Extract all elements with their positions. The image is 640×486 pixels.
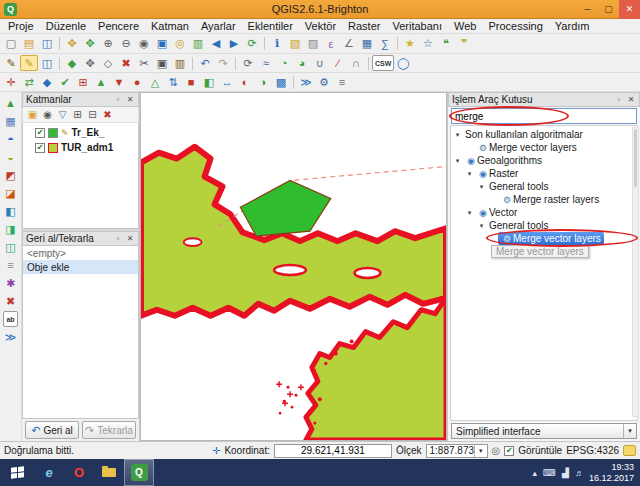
menu-yardm[interactable]: Yardım bbox=[549, 20, 596, 32]
geometry-checker-icon[interactable]: ✔ bbox=[56, 74, 74, 90]
topology-checker-icon[interactable]: ◑ bbox=[254, 74, 272, 90]
add-raster-layer-icon[interactable]: ▦ bbox=[2, 113, 20, 129]
pan-map-icon[interactable]: ✥ bbox=[63, 36, 81, 52]
remove-layer-icon[interactable]: ✖ bbox=[2, 293, 20, 309]
zoom-last-icon[interactable]: ◀ bbox=[207, 36, 225, 52]
collapse-all-icon[interactable]: ⊟ bbox=[85, 108, 100, 122]
add-vector-layer-icon[interactable]: ▲ bbox=[2, 95, 20, 111]
tray-expand-icon[interactable]: ▴ bbox=[533, 468, 538, 478]
opera-icon[interactable]: O bbox=[64, 459, 94, 486]
internet-explorer-icon[interactable]: e bbox=[34, 459, 64, 486]
close-panel-icon[interactable]: ✕ bbox=[125, 95, 135, 104]
undock-panel-icon[interactable]: ▫ bbox=[113, 95, 123, 104]
add-feature-icon[interactable]: ◆ bbox=[63, 55, 81, 71]
new-project-icon[interactable]: ▢ bbox=[2, 36, 20, 52]
interpolation-icon[interactable]: △ bbox=[146, 74, 164, 90]
close-panel-icon[interactable]: ✕ bbox=[125, 234, 135, 243]
zoom-full-icon[interactable]: ▣ bbox=[153, 36, 171, 52]
coordinate-capture-icon[interactable]: ✛ bbox=[2, 74, 20, 90]
delete-selected-icon[interactable]: ✖ bbox=[117, 55, 135, 71]
render-checkbox[interactable]: ✔ bbox=[504, 446, 514, 456]
taskbar-clock[interactable]: 19:33 16.12.2017 bbox=[584, 462, 640, 484]
georeferencer-icon[interactable]: ⊞ bbox=[74, 74, 92, 90]
new-bookmark-icon[interactable]: ★ bbox=[401, 36, 419, 52]
undo-button[interactable]: ↶Geri al bbox=[25, 421, 79, 439]
layer-item[interactable]: ✔✎Tr_Ek_ bbox=[23, 125, 138, 140]
zoom-out-icon[interactable]: ⊖ bbox=[117, 36, 135, 52]
menu-eklentiler[interactable]: Eklentiler bbox=[242, 20, 299, 32]
add-oracle-layer-icon[interactable]: ◪ bbox=[2, 185, 20, 201]
file-explorer-icon[interactable] bbox=[94, 459, 124, 486]
move-feature-icon[interactable]: ✥ bbox=[81, 55, 99, 71]
processing-history-icon[interactable]: ≡ bbox=[333, 74, 351, 90]
menu-veritaban[interactable]: Veritabanı bbox=[386, 20, 448, 32]
menu-katman[interactable]: Katman bbox=[145, 20, 195, 32]
crs-status-button[interactable]: EPSG:4326 bbox=[566, 445, 619, 456]
add-spatialite-layer-icon[interactable]: ◒ bbox=[2, 149, 20, 165]
python-console-icon[interactable]: ≫ bbox=[297, 74, 315, 90]
zoom-next-icon[interactable]: ▶ bbox=[225, 36, 243, 52]
expand-arrow-icon[interactable]: ▾ bbox=[465, 209, 474, 217]
add-group-icon[interactable]: ▣ bbox=[25, 108, 40, 122]
add-wfs-layer-icon[interactable]: ◫ bbox=[2, 239, 20, 255]
map-tips-icon[interactable]: ❝ bbox=[437, 36, 455, 52]
raster-terrain-analysis-icon[interactable]: ◧ bbox=[200, 74, 218, 90]
qgis-taskbar-icon[interactable]: Q bbox=[124, 459, 154, 486]
undo-history-item[interactable]: Obje ekle bbox=[23, 260, 138, 274]
undo-icon[interactable]: ↶ bbox=[196, 55, 214, 71]
toggle-editing-icon[interactable]: ✎ bbox=[20, 55, 38, 71]
refresh-map-icon[interactable]: ⟳ bbox=[243, 36, 261, 52]
metasearch-icon[interactable]: ◯ bbox=[394, 55, 412, 71]
dxf2shp-converter-icon[interactable]: ⇄ bbox=[20, 74, 38, 90]
spatial-query-icon[interactable]: ◐ bbox=[236, 74, 254, 90]
redo-button[interactable]: ↷Tekrarla bbox=[82, 421, 136, 439]
menu-proje[interactable]: Proje bbox=[2, 20, 40, 32]
field-calculator-icon[interactable]: ∑ bbox=[376, 36, 394, 52]
paste-features-icon[interactable]: ▥ bbox=[171, 55, 189, 71]
minimize-button[interactable]: ─ bbox=[577, 0, 598, 19]
zoom-to-selection-icon[interactable]: ◎ bbox=[171, 36, 189, 52]
cut-features-icon[interactable]: ✂ bbox=[135, 55, 153, 71]
redo-icon[interactable]: ↷ bbox=[214, 55, 232, 71]
algorithm-search-input[interactable] bbox=[451, 108, 637, 124]
menu-raster[interactable]: Raster bbox=[342, 20, 386, 32]
evis-icon[interactable]: ◆ bbox=[38, 74, 56, 90]
open-project-icon[interactable]: ▤ bbox=[20, 36, 38, 52]
add-delimited-text-icon[interactable]: ≡ bbox=[2, 257, 20, 273]
heatmap-icon[interactable]: ● bbox=[128, 74, 146, 90]
road-graph-icon[interactable]: ↔ bbox=[218, 74, 236, 90]
tree-item-merge-raster-layers[interactable]: ⚙Merge raster layers bbox=[451, 193, 637, 206]
simplify-feature-icon[interactable]: ≈ bbox=[257, 55, 275, 71]
copy-features-icon[interactable]: ▣ bbox=[153, 55, 171, 71]
filter-legend-icon[interactable]: ▽ bbox=[55, 108, 70, 122]
menu-vektr[interactable]: Vektör bbox=[299, 20, 342, 32]
split-features-icon[interactable]: ∕ bbox=[329, 55, 347, 71]
deselect-features-icon[interactable]: ▨ bbox=[304, 36, 322, 52]
save-layer-edits-icon[interactable]: ◫ bbox=[38, 55, 56, 71]
measure-line-icon[interactable]: ∠ bbox=[340, 36, 358, 52]
tree-item-geoalgorithms[interactable]: ▾◉Geoalgorithms bbox=[451, 154, 637, 167]
reshape-features-icon[interactable]: ∩ bbox=[347, 55, 365, 71]
python-console-icon[interactable]: ≫ bbox=[2, 329, 20, 345]
expand-arrow-icon[interactable]: ▾ bbox=[453, 131, 462, 139]
start-button[interactable] bbox=[0, 459, 34, 486]
oracle-georaster-icon[interactable]: ■ bbox=[182, 74, 200, 90]
add-mssql-layer-icon[interactable]: ◩ bbox=[2, 167, 20, 183]
add-wms-layer-icon[interactable]: ◧ bbox=[2, 203, 20, 219]
merge-features-icon[interactable]: ∪ bbox=[311, 55, 329, 71]
tree-item-merge-vector-layers[interactable]: ⚙Merge vector layers bbox=[451, 232, 637, 245]
add-part-icon[interactable]: ◕ bbox=[293, 55, 311, 71]
zoom-in-icon[interactable]: ⊕ bbox=[99, 36, 117, 52]
tree-item-merge-vector-layers[interactable]: ⚙Merge vector layers bbox=[451, 141, 637, 154]
select-by-expression-icon[interactable]: ε bbox=[322, 36, 340, 52]
identify-features-icon[interactable]: ℹ bbox=[268, 36, 286, 52]
undo-history-item[interactable]: <empty> bbox=[23, 246, 138, 260]
gps-tools-icon[interactable]: ▲ bbox=[92, 74, 110, 90]
zonal-statistics-icon[interactable]: ▩ bbox=[272, 74, 290, 90]
add-wcs-layer-icon[interactable]: ◨ bbox=[2, 221, 20, 237]
save-project-icon[interactable]: ◫ bbox=[38, 36, 56, 52]
menu-web[interactable]: Web bbox=[448, 20, 482, 32]
maximize-button[interactable]: ▢ bbox=[598, 0, 619, 19]
expand-arrow-icon[interactable]: ▾ bbox=[453, 157, 462, 165]
pan-to-selection-icon[interactable]: ✥ bbox=[81, 36, 99, 52]
